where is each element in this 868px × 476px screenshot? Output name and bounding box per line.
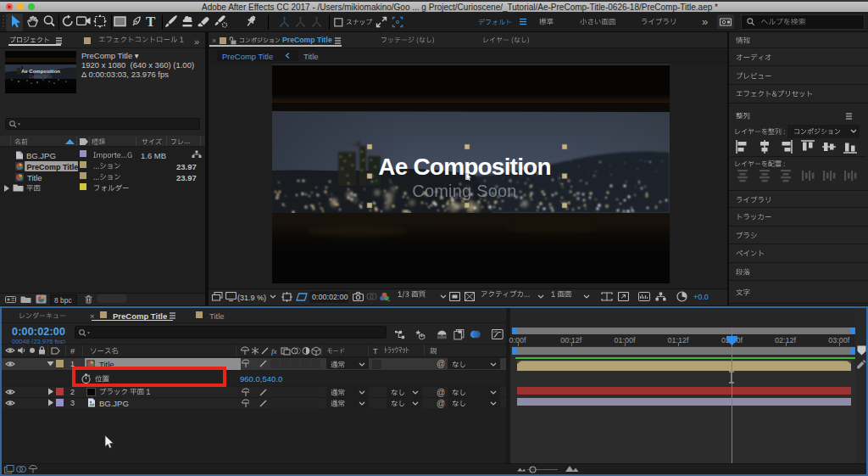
svg-text:T: T: [146, 14, 156, 29]
svg-text:Ae Composition: Ae Composition: [378, 154, 550, 180]
svg-text:Coming Soon: Coming Soon: [412, 182, 516, 200]
svg-text:Coming Soon: Coming Soon: [29, 75, 53, 79]
svg-text:fx: fx: [271, 347, 277, 356]
svg-text:Ae Composition: Ae Composition: [21, 69, 60, 74]
